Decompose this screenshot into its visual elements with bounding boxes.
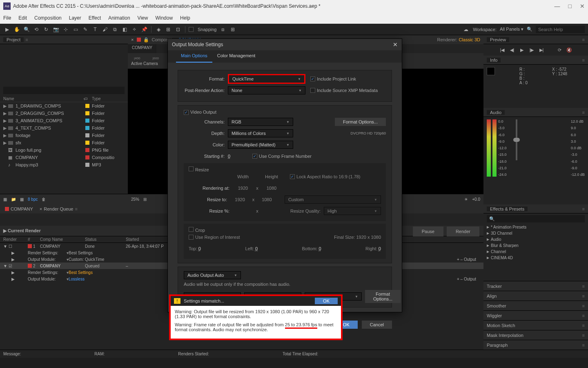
audio-format-options-button[interactable]: Format Options...	[365, 290, 401, 303]
format-dropdown[interactable]: QuickTime▼	[228, 74, 305, 84]
local-axis-icon[interactable]: ◈	[155, 26, 162, 33]
list-item[interactable]: ▶2_DRAGGING_COMPSFolder	[0, 110, 128, 117]
delete-icon[interactable]: 🗑	[42, 197, 46, 202]
list-item[interactable]: ▶3_ANIMATED_COMPSFolder	[0, 117, 128, 124]
roto-tool-icon[interactable]: ✧	[131, 26, 138, 33]
timeline-tab-render-queue[interactable]: ×Render Queue≡	[36, 205, 81, 213]
menu-edit[interactable]: Edit	[18, 15, 27, 21]
col-num[interactable]: #	[28, 237, 40, 242]
col-render[interactable]: Render	[3, 237, 28, 242]
pause-button[interactable]: Pause	[413, 227, 443, 236]
tab-color-management[interactable]: Color Management	[212, 50, 261, 63]
crop-checkbox[interactable]	[189, 227, 194, 232]
effects-item[interactable]: Channel	[483, 249, 588, 255]
view-axis-icon[interactable]: ⊡	[174, 26, 182, 33]
smoother-panel[interactable]: Smoother≡	[483, 301, 588, 310]
close-button[interactable]: ✕	[580, 3, 585, 9]
menu-view[interactable]: View	[138, 15, 148, 21]
zoom-tool-icon[interactable]: 🔍	[23, 26, 30, 33]
col-comp-name[interactable]: Comp Name	[40, 237, 85, 242]
exposure-value[interactable]: +0.0	[472, 197, 480, 202]
next-frame-icon[interactable]: |▶	[528, 47, 535, 53]
menu-composition[interactable]: Composition	[34, 15, 62, 21]
warning-ok-button[interactable]: OK	[315, 298, 338, 304]
first-frame-icon[interactable]: |◀	[499, 47, 506, 53]
list-item[interactable]: ▶footageFolder	[0, 132, 128, 139]
info-tab[interactable]: Info	[487, 58, 501, 63]
color-dropdown[interactable]: Premultiplied (Matted)▼	[228, 141, 293, 149]
adobe-sync-icon[interactable]: ☁	[462, 26, 470, 33]
maximize-button[interactable]: □	[568, 3, 572, 9]
tab-main-options[interactable]: Main Options	[176, 50, 212, 63]
mask-interpolation-panel[interactable]: Mask Interpolation≡	[483, 330, 588, 340]
pin-tool-icon[interactable]: 📌	[140, 26, 148, 33]
brush-tool-icon[interactable]: 🖌	[101, 26, 109, 33]
pen-tool-icon[interactable]: ✎	[82, 26, 89, 33]
comp-subtab[interactable]: COMPANY	[128, 44, 156, 53]
tracker-panel[interactable]: Tracker≡	[483, 281, 588, 291]
video-output-checkbox[interactable]	[184, 110, 189, 115]
audio-output-dropdown[interactable]: Audio Output Auto▼	[184, 271, 241, 279]
menu-effect[interactable]: Effect	[89, 15, 101, 21]
depth-dropdown[interactable]: Millions of Colors▼	[228, 129, 293, 137]
world-axis-icon[interactable]: ⊞	[165, 26, 172, 33]
motion-sketch-panel[interactable]: Motion Sketch≡	[483, 320, 588, 330]
list-item[interactable]: ♪Happy.mp3MP3	[0, 161, 128, 168]
resize-preset-dropdown[interactable]: Custom▼	[285, 195, 381, 204]
channels-dropdown[interactable]: RGB▼	[228, 118, 293, 126]
col-type-header[interactable]: Type	[92, 96, 125, 101]
snap-edge-icon[interactable]: ⧈	[219, 26, 227, 33]
paragraph-panel[interactable]: Paragraph≡	[483, 340, 588, 350]
menu-animation[interactable]: Animation	[108, 15, 130, 21]
snapping-checkbox[interactable]	[189, 27, 194, 32]
resolution-icon[interactable]: ⊞	[143, 197, 147, 202]
prev-frame-icon[interactable]: ◀|	[508, 47, 516, 53]
menu-help[interactable]: Help	[180, 15, 190, 21]
anchor-tool-icon[interactable]: ⊹	[62, 26, 69, 33]
rotate-tool-icon[interactable]: ↻	[42, 26, 50, 33]
loop-icon[interactable]: ⟳	[556, 47, 563, 53]
use-comp-frame-checkbox[interactable]	[252, 154, 257, 159]
menu-file[interactable]: File	[3, 15, 11, 21]
project-tab[interactable]: Project	[3, 37, 24, 42]
col-name-header[interactable]: Name	[3, 96, 84, 101]
clone-tool-icon[interactable]: ⧉	[111, 26, 118, 33]
new-folder-icon[interactable]: 📁	[11, 197, 16, 202]
lock-aspect-checkbox[interactable]	[290, 174, 295, 179]
play-icon[interactable]: ▶	[518, 47, 526, 53]
preview-tab[interactable]: Preview	[487, 37, 509, 42]
effects-item[interactable]: Audio	[483, 236, 588, 242]
minimize-button[interactable]: —	[555, 3, 560, 9]
effects-item[interactable]: 3D Channel	[483, 230, 588, 236]
effects-presets-tab[interactable]: Effects & Presets	[487, 206, 528, 211]
audio-slider[interactable]	[516, 119, 517, 160]
effects-item[interactable]: CINEMA 4D	[483, 255, 588, 261]
starting-value[interactable]: 0	[228, 154, 244, 159]
camera-tool-icon[interactable]: 📷	[52, 26, 60, 33]
align-panel[interactable]: Align≡	[483, 291, 588, 301]
list-item[interactable]: ▶1_DRAWING_COMPSFolder	[0, 102, 128, 110]
dialog-close-icon[interactable]: ✕	[393, 41, 398, 48]
list-item[interactable]: ▶4_TEXT_COMPSFolder	[0, 124, 128, 132]
zoom-dropdown[interactable]: 25%	[131, 197, 139, 202]
project-search-input[interactable]	[3, 87, 125, 94]
search-help-input[interactable]	[536, 26, 585, 33]
list-item[interactable]: ▶sfxFolder	[0, 139, 128, 146]
snap-grid-icon[interactable]: ⊞	[229, 26, 236, 33]
hand-tool-icon[interactable]: ✋	[13, 26, 20, 33]
exposure-icon[interactable]: ☀	[464, 197, 468, 202]
close-comp-tab[interactable]: ×	[131, 37, 134, 42]
rect-tool-icon[interactable]: ▭	[72, 26, 79, 33]
mute-icon[interactable]: 🔇	[566, 47, 573, 53]
workspace-dropdown[interactable]: All Panels ▾	[500, 27, 523, 32]
cancel-button[interactable]: Cancel	[362, 321, 392, 329]
menu-layer[interactable]: Layer	[69, 15, 81, 21]
text-tool-icon[interactable]: T	[91, 26, 99, 33]
audio-tab[interactable]: Audio	[487, 110, 505, 115]
renderer-value[interactable]: Classic 3D	[459, 37, 480, 42]
resize-checkbox[interactable]	[189, 166, 194, 171]
resize-quality-dropdown[interactable]: High▼	[324, 207, 381, 215]
list-item[interactable]: 🖼Logo full.pngPNG file	[0, 146, 128, 154]
postrender-dropdown[interactable]: None▼	[228, 86, 305, 94]
effects-search-input[interactable]	[487, 215, 585, 222]
